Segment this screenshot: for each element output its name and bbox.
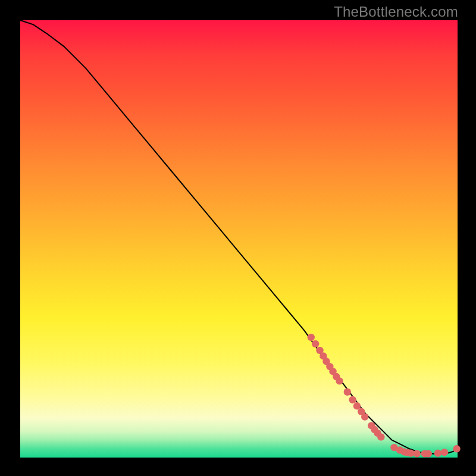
data-marker (425, 450, 432, 457)
data-marker (344, 389, 351, 396)
data-marker (413, 450, 420, 457)
data-marker (336, 377, 343, 384)
data-marker (312, 340, 319, 347)
data-marker (349, 396, 356, 403)
plot-area (20, 20, 458, 458)
data-marker (361, 413, 368, 420)
data-marker (434, 449, 441, 456)
chart-stage: TheBottleneck.com (0, 0, 476, 476)
data-marker (453, 445, 460, 452)
data-markers (308, 334, 461, 458)
bottleneck-curve (20, 20, 458, 454)
data-marker (441, 449, 448, 456)
data-marker (377, 433, 384, 440)
chart-svg (20, 20, 458, 458)
data-marker (308, 334, 315, 341)
watermark-text: TheBottleneck.com (334, 4, 458, 20)
